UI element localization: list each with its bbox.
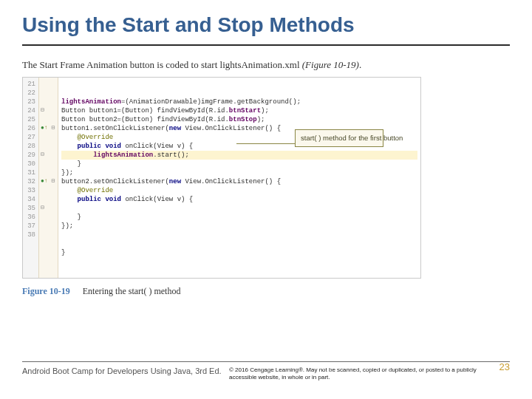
code-line: lightsAnimation=(AnimationDrawable)imgFr… [61, 98, 417, 106]
line-number: 26 [23, 124, 35, 133]
code-line: Button button1=(Button) findViewById(R.i… [61, 106, 417, 115]
gutter-marker [41, 186, 56, 195]
title-rule [22, 44, 510, 46]
intro-pre: The Start Frame Animation button is code… [22, 59, 302, 70]
line-number: 31 [23, 168, 35, 177]
line-number: 28 [23, 142, 35, 151]
code-line [61, 231, 417, 239]
line-number: 37 [23, 222, 35, 231]
page-number: 23 [499, 361, 510, 372]
gutter-marker [41, 98, 56, 106]
figure-label: Figure 10-19 Entering the start( ) metho… [22, 286, 510, 297]
gutter-marker: ●↑ ⊟ [41, 177, 56, 186]
code-line: } [61, 213, 417, 222]
line-number: 27 [23, 133, 35, 142]
gutter-marker: ⊟ [41, 106, 56, 115]
code-line [61, 239, 417, 248]
intro-ref: (Figure 10-19) [302, 59, 359, 70]
gutter-marker [41, 142, 56, 151]
gutter-marker [41, 168, 56, 177]
code-line: public void onClick(View v) { [61, 195, 417, 204]
gutter-marker: ⊟ [41, 151, 56, 160]
line-number: 38 [23, 231, 35, 239]
gutter-marker [41, 89, 56, 98]
figure-number: Figure 10-19 [22, 286, 70, 296]
code-line: button2.setOnClickListener(new View.OnCl… [61, 177, 417, 186]
intro-text: The Start Frame Animation button is code… [22, 59, 510, 71]
line-number: 30 [23, 160, 35, 168]
line-number: 22 [23, 89, 35, 98]
code-line: Button button2=(Button) findViewById(R.i… [61, 115, 417, 124]
code-line: @Override [61, 186, 417, 195]
line-number: 25 [23, 115, 35, 124]
marker-gutter: ⊟●↑ ⊟⊟●↑ ⊟⊟ [39, 78, 58, 278]
footer-book: Android Boot Camp for Developers Using J… [22, 366, 229, 375]
gutter-marker [41, 115, 56, 124]
line-number: 24 [23, 106, 35, 115]
figure-caption: Entering the start( ) method [83, 286, 181, 296]
code-line: } [61, 248, 417, 257]
gutter-marker [41, 231, 56, 239]
footer-copyright: © 2016 Cengage Learning®. May not be sca… [229, 366, 510, 381]
code-line: }); [61, 168, 417, 177]
gutter-marker [41, 195, 56, 204]
callout-box: start( ) method for the first button [295, 129, 383, 147]
gutter-marker [41, 213, 56, 222]
line-number: 36 [23, 213, 35, 222]
gutter-marker [41, 80, 56, 89]
code-line: lightsAnimation.start(); [61, 151, 417, 160]
line-number-gutter: 212223242526272829303132333435363738 [23, 78, 39, 278]
code-line: } [61, 160, 417, 168]
line-number: 33 [23, 186, 35, 195]
gutter-marker [41, 222, 56, 231]
gutter-marker [41, 160, 56, 168]
line-number: 34 [23, 195, 35, 204]
code-area: lightsAnimation=(AnimationDrawable)imgFr… [58, 78, 420, 278]
line-number: 35 [23, 204, 35, 213]
line-number: 23 [23, 98, 35, 106]
gutter-marker: ⊟ [41, 204, 56, 213]
code-line [61, 204, 417, 213]
page-title: Using the Start and Stop Methods [22, 13, 510, 37]
intro-post: . [359, 59, 361, 70]
code-line: }); [61, 222, 417, 231]
footer: Android Boot Camp for Developers Using J… [22, 361, 510, 381]
code-editor: 212223242526272829303132333435363738 ⊟●↑… [22, 77, 421, 279]
gutter-marker: ●↑ ⊟ [41, 124, 56, 133]
line-number: 21 [23, 80, 35, 89]
line-number: 32 [23, 177, 35, 186]
gutter-marker [41, 133, 56, 142]
line-number: 29 [23, 151, 35, 160]
